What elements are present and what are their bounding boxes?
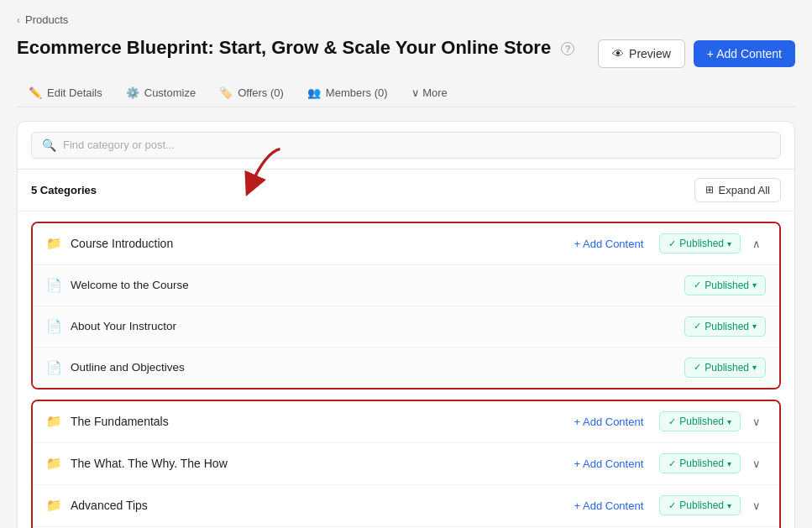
check-icon: ✓ [694, 362, 701, 373]
folder-icon: 📁 [46, 414, 62, 429]
caret-down-icon: ▾ [727, 239, 731, 248]
check-icon: ✓ [668, 416, 676, 427]
expand-button[interactable]: ∨ [747, 412, 766, 431]
section-label: The What. The Why. The How [71, 457, 228, 470]
folder-icon: 📁 [46, 498, 62, 513]
row-right: + Add Content ✓ Published ▾ ∨ [565, 495, 766, 516]
nav-tabs: ✏️ Edit Details ⚙️ Customize 🏷️ Offers (… [17, 80, 795, 107]
row-left: 📁 Advanced Tips [46, 498, 565, 513]
tab-offers-label: Offers (0) [238, 86, 284, 99]
search-icon: 🔍 [42, 139, 56, 152]
published-badge[interactable]: ✓ Published ▾ [659, 233, 741, 254]
tab-members-label: Members (0) [326, 86, 388, 99]
section-course-introduction: 📁 Course Introduction + Add Content ✓ Pu… [31, 222, 781, 389]
tab-offers[interactable]: 🏷️ Offers (0) [207, 80, 296, 107]
subcategory-row-about-instructor: 📄 About Your Instructor ✓ Published ▾ [33, 306, 779, 348]
expand-all-button[interactable]: ⊞ Expand All [694, 178, 781, 202]
expand-button[interactable]: ∨ [747, 496, 766, 515]
page-title-text: Ecommerce Blueprint: Start, Grow & Scale… [17, 37, 551, 58]
expand-button[interactable]: ∨ [747, 454, 766, 473]
section-label: Course Introduction [71, 237, 173, 250]
customize-icon: ⚙️ [126, 86, 139, 99]
section-label: Welcome to the Course [71, 279, 189, 291]
folder-icon: 📁 [46, 456, 62, 471]
help-icon[interactable]: ? [561, 42, 574, 55]
add-content-small-button[interactable]: + Add Content [565, 495, 653, 516]
published-badge[interactable]: ✓ Published ▾ [684, 275, 766, 295]
published-badge[interactable]: ✓ Published ▾ [659, 453, 741, 473]
add-content-label: + Add Content [707, 47, 782, 60]
published-badge[interactable]: ✓ Published ▾ [684, 358, 766, 378]
caret-down-icon: ▾ [752, 363, 757, 372]
row-left: 📄 Outline and Objectives [46, 360, 684, 375]
tag-icon: 🏷️ [219, 86, 233, 99]
collapse-button[interactable]: ∧ [747, 234, 766, 254]
tab-more-label: ∨ More [411, 86, 448, 99]
row-right: + Add Content ✓ Published ▾ ∨ [565, 453, 766, 474]
published-status: Published [679, 457, 724, 469]
categories-count: 5 Categories [31, 184, 97, 196]
edit-icon: ✏️ [29, 86, 42, 99]
row-right: ✓ Published ▾ [684, 275, 766, 295]
folder-icon: 📁 [46, 236, 62, 251]
check-icon: ✓ [694, 280, 701, 290]
category-row-course-introduction: 📁 Course Introduction + Add Content ✓ Pu… [33, 223, 779, 265]
category-row-fundamentals: 📁 The Fundamentals + Add Content ✓ Publi… [33, 401, 779, 443]
add-content-small-button[interactable]: + Add Content [565, 411, 653, 432]
tab-more[interactable]: ∨ More [400, 80, 459, 107]
published-status: Published [679, 416, 724, 427]
caret-down-icon: ▾ [752, 322, 757, 331]
check-icon: ✓ [694, 321, 701, 332]
published-status: Published [679, 499, 724, 511]
section-label: About Your Instructor [71, 320, 176, 332]
row-right: ✓ Published ▾ [684, 358, 766, 378]
section-label: The Fundamentals [71, 415, 169, 428]
tab-customize[interactable]: ⚙️ Customize [114, 80, 207, 107]
breadcrumb-products-link[interactable]: Products [25, 13, 68, 26]
expand-all-icon: ⊞ [705, 184, 714, 196]
add-content-button[interactable]: + Add Content [694, 40, 795, 67]
search-bar: 🔍 Content outline template [18, 122, 794, 170]
tab-members[interactable]: 👥 Members (0) [296, 80, 400, 107]
row-left: 📁 The What. The Why. The How [46, 456, 565, 471]
document-icon: 📄 [46, 278, 62, 293]
page-title: Ecommerce Blueprint: Start, Grow & Scale… [17, 36, 598, 60]
preview-label: Preview [629, 47, 671, 60]
published-badge[interactable]: ✓ Published ▾ [684, 316, 766, 337]
header-actions: 👁 Preview + Add Content [598, 39, 795, 68]
published-badge[interactable]: ✓ Published ▾ [659, 495, 741, 515]
categories-count-label: Categories [40, 184, 97, 196]
add-content-small-button[interactable]: + Add Content [565, 233, 653, 254]
tab-customize-label: Customize [144, 86, 196, 99]
document-icon: 📄 [46, 319, 62, 334]
search-input-wrap: 🔍 [31, 132, 781, 159]
content-toolbar: 5 Categories ⊞ Expand All [18, 170, 794, 212]
subcategory-row-outline-objectives: 📄 Outline and Objectives ✓ Published ▾ [33, 348, 779, 388]
published-badge[interactable]: ✓ Published ▾ [659, 411, 741, 431]
tab-edit-details-label: Edit Details [47, 86, 102, 99]
caret-down-icon: ▾ [752, 280, 757, 290]
row-left: 📁 The Fundamentals [46, 414, 565, 429]
caret-down-icon: ▾ [727, 501, 731, 510]
search-input[interactable] [63, 139, 770, 151]
row-right: ✓ Published ▾ [684, 316, 766, 337]
tab-edit-details[interactable]: ✏️ Edit Details [17, 80, 114, 107]
members-icon: 👥 [307, 86, 321, 99]
row-right: + Add Content ✓ Published ▾ ∧ [565, 233, 766, 254]
section-label: Outline and Objectives [71, 361, 185, 374]
preview-button[interactable]: 👁 Preview [598, 39, 685, 68]
section-label: Advanced Tips [71, 499, 148, 512]
published-status: Published [705, 280, 749, 291]
eye-icon: 👁 [612, 47, 624, 60]
category-row-what-why-how: 📁 The What. The Why. The How + Add Conte… [33, 443, 779, 485]
caret-down-icon: ▾ [727, 459, 731, 468]
breadcrumb: ‹ Products [17, 13, 795, 26]
section-fundamentals: 📁 The Fundamentals + Add Content ✓ Publi… [31, 400, 781, 529]
document-icon: 📄 [46, 360, 62, 375]
page-wrapper: ‹ Products Ecommerce Blueprint: Start, G… [0, 0, 812, 528]
caret-down-icon: ▾ [727, 417, 731, 426]
content-panel: 🔍 Content outline template 5 Cat [17, 121, 795, 529]
check-icon: ✓ [668, 500, 676, 511]
add-content-small-button[interactable]: + Add Content [565, 453, 653, 474]
page-title-block: Ecommerce Blueprint: Start, Grow & Scale… [17, 36, 598, 62]
